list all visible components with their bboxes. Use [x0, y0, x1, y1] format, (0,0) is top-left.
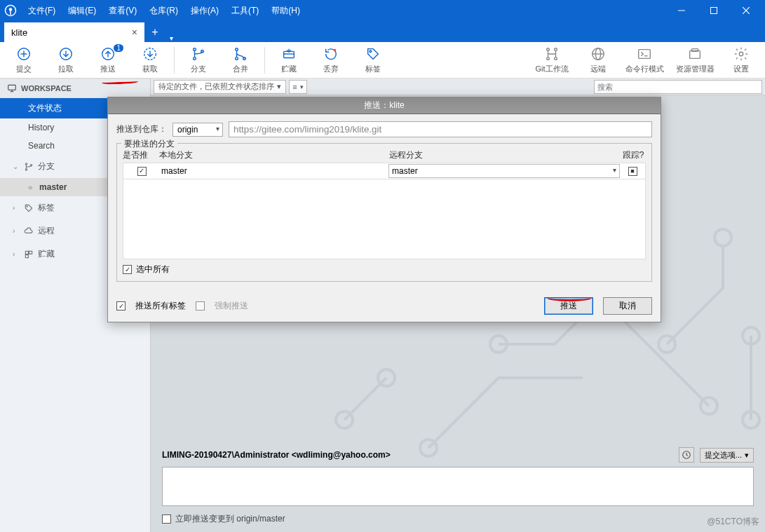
svg-point-25	[334, 49, 337, 52]
chevron-right-icon: ›	[13, 250, 20, 258]
cancel-button[interactable]: 取消	[603, 297, 652, 315]
push-immediately-label: 立即推送变更到 origin/master	[175, 513, 285, 525]
fetch-icon	[142, 46, 158, 62]
globe-icon	[590, 46, 607, 62]
filter-view-mode[interactable]: ≡ ▾	[289, 80, 307, 94]
explorer-button[interactable]: 资源管理器	[670, 46, 720, 74]
branch-button[interactable]: 分支	[177, 46, 219, 74]
force-push-label: 强制推送	[215, 300, 248, 312]
svg-point-27	[547, 48, 550, 51]
svg-rect-34	[639, 50, 651, 59]
terminal-button[interactable]: 命令行模式	[619, 46, 670, 74]
svg-rect-36	[690, 50, 700, 58]
col-push: 是否推	[123, 149, 159, 161]
svg-point-49	[715, 229, 731, 246]
svg-point-42	[25, 163, 27, 164]
svg-rect-37	[691, 49, 698, 52]
tag-button[interactable]: 标签	[352, 46, 394, 74]
push-all-tags-label: 推送所有标签	[135, 300, 186, 312]
watermark: @51CTO博客	[707, 516, 759, 528]
push-branch-checkbox[interactable]	[137, 167, 147, 176]
settings-button[interactable]: 设置	[720, 46, 762, 74]
gitflow-icon	[543, 46, 560, 62]
menu-view[interactable]: 查看(V)	[103, 2, 142, 20]
svg-point-30	[555, 57, 557, 60]
svg-point-29	[555, 48, 557, 51]
branch-icon	[190, 46, 207, 62]
discard-icon	[323, 46, 339, 62]
history-button[interactable]	[679, 447, 694, 463]
close-tab-icon[interactable]: ×	[132, 27, 137, 38]
push-dialog: 推送：klite 推送到仓库： origin 要推送的分支 是否推 本地分支 远…	[107, 97, 661, 322]
svg-point-28	[547, 57, 550, 60]
repo-tab-label: klite	[11, 27, 27, 38]
menu-file[interactable]: 文件(F)	[22, 2, 61, 20]
branch-row: master master	[123, 163, 646, 179]
menu-action[interactable]: 操作(A)	[185, 2, 224, 20]
explorer-icon	[686, 46, 703, 62]
commit-options-button[interactable]: 提交选项...▾	[700, 448, 754, 463]
commit-message-input[interactable]	[162, 467, 754, 506]
minimize-button[interactable]	[665, 0, 698, 21]
repo-tab[interactable]: klite ×	[4, 22, 144, 42]
svg-rect-47	[29, 251, 32, 254]
annotation-mark	[547, 294, 592, 301]
gitflow-button[interactable]: Git工作流	[527, 46, 577, 74]
merge-button[interactable]: 合并	[219, 46, 262, 74]
push-immediately-checkbox[interactable]	[162, 514, 171, 524]
remote-select[interactable]: origin	[172, 123, 223, 137]
discard-button[interactable]: 丢弃	[310, 46, 352, 74]
svg-point-45	[27, 206, 27, 207]
push-badge: 1	[114, 44, 123, 52]
tag-icon	[24, 203, 34, 213]
stash-button[interactable]: 贮藏	[268, 46, 310, 74]
stash-icon	[24, 250, 34, 259]
chevron-down-icon: ⌄	[13, 163, 20, 170]
col-remote: 远程分支	[389, 149, 621, 161]
svg-rect-39	[8, 85, 16, 90]
filter-pending[interactable]: 待定的文件，已依照文件状态排序▾	[154, 80, 286, 94]
select-all-checkbox[interactable]	[123, 265, 132, 274]
menu-help[interactable]: 帮助(H)	[266, 2, 306, 20]
svg-point-17	[194, 57, 196, 60]
local-branch-name: master	[160, 166, 388, 176]
menu-tools[interactable]: 工具(T)	[226, 2, 264, 20]
fetch-button[interactable]: 获取	[129, 46, 171, 74]
gear-icon	[733, 46, 750, 62]
chevron-down-icon: ▾	[277, 82, 281, 91]
chevron-right-icon: ›	[13, 204, 20, 212]
new-tab-button[interactable]: +	[144, 22, 165, 42]
svg-point-26	[370, 50, 372, 53]
track-checkbox[interactable]	[628, 167, 637, 176]
maximize-button[interactable]	[698, 0, 730, 21]
chevron-right-icon: ›	[13, 227, 20, 235]
force-push-checkbox[interactable]	[196, 301, 205, 311]
svg-point-20	[236, 57, 238, 60]
search-input[interactable]	[594, 80, 762, 94]
commit-icon	[15, 46, 32, 62]
svg-rect-48	[25, 254, 28, 257]
push-all-tags-checkbox[interactable]	[116, 301, 126, 311]
remote-branch-select[interactable]: master	[388, 164, 620, 178]
close-button[interactable]	[730, 0, 762, 21]
menu-repo[interactable]: 仓库(R)	[144, 2, 184, 20]
merge-icon	[232, 46, 249, 62]
tag-icon	[365, 46, 381, 62]
col-local: 本地分支	[159, 149, 389, 161]
push-button[interactable]: 1推送	[87, 46, 129, 74]
svg-point-19	[236, 48, 238, 51]
remote-url-input[interactable]	[229, 121, 652, 137]
svg-rect-2	[10, 11, 11, 15]
svg-point-38	[739, 52, 743, 56]
pull-button[interactable]: 拉取	[45, 46, 87, 74]
monitor-icon	[7, 83, 17, 93]
svg-rect-46	[25, 251, 28, 254]
commit-button[interactable]: 提交	[3, 46, 45, 74]
branches-legend: 要推送的分支	[121, 138, 177, 150]
remote-button[interactable]: 远端	[577, 46, 619, 74]
branch-icon	[24, 162, 34, 172]
tab-menu-chevron[interactable]: ▾	[165, 34, 177, 42]
chevron-down-icon: ▾	[745, 451, 749, 460]
terminal-icon	[636, 46, 653, 62]
menu-edit[interactable]: 编辑(E)	[62, 2, 102, 20]
